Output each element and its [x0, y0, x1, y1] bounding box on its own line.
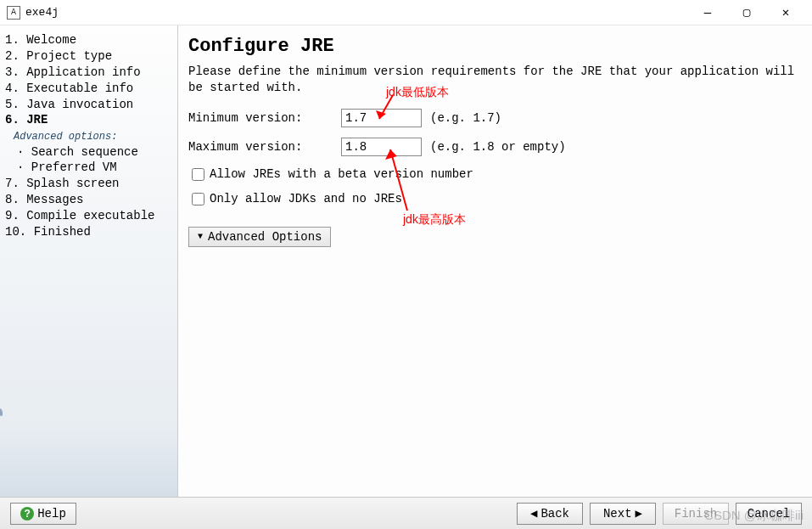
row-only-jdk: Only allow JDKs and no JREs — [188, 190, 797, 208]
step-executable-info[interactable]: 4. Executable info — [5, 81, 172, 97]
wizard-steps: 1. Welcome 2. Project type 3. Applicatio… — [5, 32, 172, 240]
step-splash-screen[interactable]: 7. Splash screen — [5, 176, 172, 192]
chevron-down-icon: ▼ — [198, 232, 203, 241]
cancel-button[interactable]: Cancel — [736, 503, 802, 525]
step-welcome[interactable]: 1. Welcome — [5, 32, 172, 48]
max-version-input[interactable] — [341, 138, 422, 156]
step-project-type[interactable]: 2. Project type — [5, 48, 172, 65]
step-finished[interactable]: 10. Finished — [5, 224, 172, 240]
step-jre[interactable]: 6. JRE — [5, 112, 172, 128]
allow-beta-label: Allow JREs with a beta version number — [210, 167, 473, 181]
finish-button-label: Finish — [675, 507, 717, 521]
step-search-sequence[interactable]: Search sequence — [5, 144, 172, 160]
step-java-invocation[interactable]: 5. Java invocation — [5, 97, 172, 113]
step-preferred-vm[interactable]: Preferred VM — [5, 160, 172, 176]
allow-beta-checkbox[interactable] — [192, 168, 204, 181]
advanced-options-header: Advanced options: — [5, 130, 172, 144]
min-version-input[interactable] — [341, 109, 422, 127]
min-version-label: Minimum version: — [188, 111, 341, 125]
page-description: Please define the minimum version requir… — [188, 64, 797, 96]
app-icon: A — [7, 6, 20, 20]
row-allow-beta: Allow JREs with a beta version number — [188, 166, 797, 183]
finish-button: Finish — [663, 503, 729, 525]
wizard-footer: ? Help ◀ Back Next ▶ Finish Cancel — [0, 497, 812, 529]
step-application-info[interactable]: 3. Application info — [5, 65, 172, 81]
cancel-button-label: Cancel — [748, 507, 790, 521]
min-version-hint: (e.g. 1.7) — [430, 111, 501, 125]
row-max-version: Maximum version: (e.g. 1.8 or empty) — [188, 137, 797, 157]
close-button[interactable]: ✕ — [766, 0, 805, 25]
max-version-hint: (e.g. 1.8 or empty) — [430, 140, 566, 154]
help-button-label: Help — [37, 507, 66, 521]
minimize-button[interactable]: — — [688, 0, 727, 25]
step-compile-executable[interactable]: 9. Compile executable — [5, 208, 172, 224]
only-jdk-label: Only allow JDKs and no JREs — [210, 192, 402, 205]
titlebar: A exe4j — ▢ ✕ — [0, 0, 812, 25]
help-button[interactable]: ? Help — [10, 503, 76, 525]
advanced-options-button[interactable]: ▼ Advanced Options — [188, 227, 331, 247]
content-panel: Configure JRE Please define the minimum … — [178, 25, 812, 497]
row-min-version: Minimum version: (e.g. 1.7) — [188, 108, 797, 128]
advanced-options-label: Advanced Options — [208, 230, 322, 244]
triangle-right-icon: ▶ — [636, 506, 642, 521]
main-area: 1. Welcome 2. Project type 3. Applicatio… — [0, 25, 812, 497]
back-button-label: Back — [540, 507, 569, 521]
brand-logo: exe4j — [0, 402, 3, 492]
max-version-label: Maximum version: — [188, 140, 341, 154]
window-controls: — ▢ ✕ — [688, 0, 805, 25]
window-title: exe4j — [25, 6, 688, 19]
step-messages[interactable]: 8. Messages — [5, 192, 172, 208]
page-title: Configure JRE — [188, 36, 797, 57]
help-icon: ? — [20, 507, 34, 521]
wizard-sidebar: 1. Welcome 2. Project type 3. Applicatio… — [0, 25, 178, 497]
back-button[interactable]: ◀ Back — [517, 503, 583, 525]
next-button[interactable]: Next ▶ — [590, 503, 656, 525]
next-button-label: Next — [603, 507, 632, 521]
annotation-max: jdk最高版本 — [403, 212, 466, 228]
maximize-button[interactable]: ▢ — [727, 0, 766, 25]
only-jdk-checkbox[interactable] — [192, 193, 204, 205]
triangle-left-icon: ◀ — [530, 506, 537, 521]
